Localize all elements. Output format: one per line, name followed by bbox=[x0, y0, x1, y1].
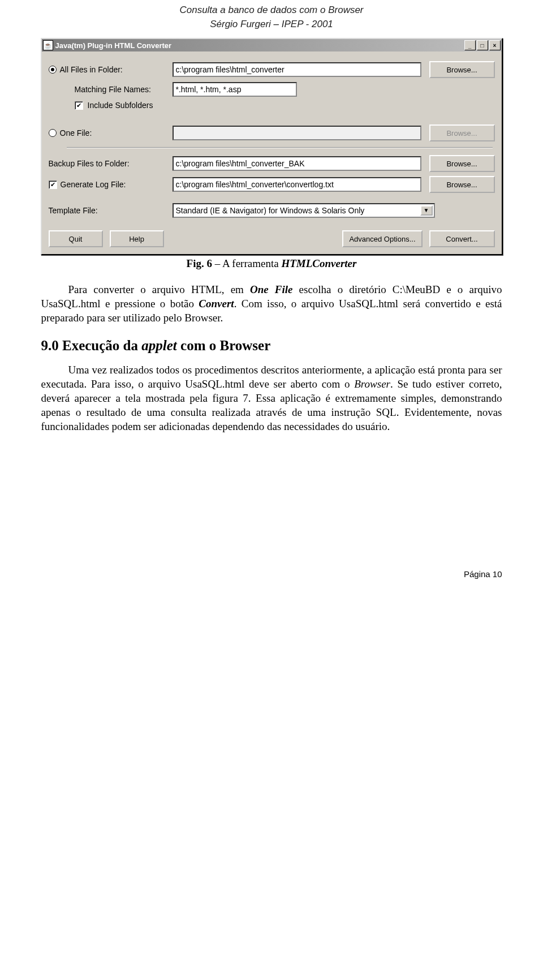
template-select[interactable]: Standard (IE & Navigator) for Windows & … bbox=[173, 203, 435, 218]
matching-input[interactable]: *.html, *.htm, *.asp bbox=[173, 82, 297, 97]
browse-one-button: Browse... bbox=[429, 124, 495, 141]
paragraph-1: Para converter o arquivo HTML, em One Fi… bbox=[41, 282, 502, 325]
quit-button[interactable]: Quit bbox=[49, 230, 103, 247]
genlog-label: Generate Log File: bbox=[61, 180, 126, 189]
figcap-name: HTMLConverter bbox=[281, 257, 356, 269]
browse-all-button[interactable]: Browse... bbox=[429, 61, 495, 78]
figcap-text: – A ferramenta bbox=[212, 257, 281, 269]
figcap-label: Fig. 6 bbox=[187, 257, 212, 269]
java-icon: ☕ bbox=[43, 40, 53, 50]
matching-label: Matching File Names: bbox=[75, 85, 170, 94]
chevron-down-icon[interactable]: ▼ bbox=[420, 205, 433, 216]
genlog-input[interactable]: c:\program files\html_converter\convertl… bbox=[173, 177, 421, 192]
advanced-options-button[interactable]: Advanced Options... bbox=[342, 230, 422, 247]
one-file-input[interactable] bbox=[173, 126, 421, 140]
all-files-label: All Files in Folder: bbox=[60, 65, 123, 74]
one-file-label: One File: bbox=[60, 128, 92, 137]
figure-caption: Fig. 6 – A ferramenta HTMLConverter bbox=[42, 257, 502, 270]
template-label: Template File: bbox=[49, 206, 170, 215]
browse-genlog-button[interactable]: Browse... bbox=[429, 176, 495, 193]
page-header: Consulta a banco de dados com o Browser … bbox=[0, 3, 543, 31]
app-window: ☕ Java(tm) Plug-in HTML Converter _ □ × … bbox=[41, 38, 503, 255]
section-heading: 9.0 Execução da applet com o Browser bbox=[41, 338, 502, 354]
minimize-button[interactable]: _ bbox=[464, 40, 476, 50]
template-value: Standard (IE & Navigator) for Windows & … bbox=[176, 206, 365, 215]
maximize-button[interactable]: □ bbox=[477, 40, 488, 50]
include-subfolders-label: Include Subfolders bbox=[88, 101, 153, 110]
genlog-checkbox[interactable]: ✔ bbox=[49, 180, 57, 189]
close-button[interactable]: × bbox=[489, 40, 501, 50]
backup-input[interactable]: c:\program files\html_converter_BAK bbox=[173, 156, 421, 171]
divider bbox=[67, 147, 493, 148]
header-line-2: Sérgio Furgeri – IPEP - 2001 bbox=[0, 18, 543, 32]
titlebar[interactable]: ☕ Java(tm) Plug-in HTML Converter _ □ × bbox=[42, 39, 502, 51]
radio-all-files[interactable] bbox=[49, 66, 57, 74]
window-title: Java(tm) Plug-in HTML Converter bbox=[55, 41, 464, 50]
convert-button[interactable]: Convert... bbox=[429, 230, 495, 247]
include-subfolders-checkbox[interactable]: ✔ bbox=[75, 101, 83, 110]
backup-label: Backup Files to Folder: bbox=[49, 159, 170, 168]
page-number: Página 10 bbox=[41, 569, 502, 579]
paragraph-2: Uma vez realizados todos os procedimento… bbox=[41, 363, 502, 433]
radio-one-file[interactable] bbox=[49, 129, 57, 137]
all-files-path-input[interactable]: c:\program files\html_converter bbox=[173, 62, 421, 77]
help-button[interactable]: Help bbox=[110, 230, 164, 247]
browse-backup-button[interactable]: Browse... bbox=[429, 155, 495, 172]
header-line-1: Consulta a banco de dados com o Browser bbox=[0, 3, 543, 18]
